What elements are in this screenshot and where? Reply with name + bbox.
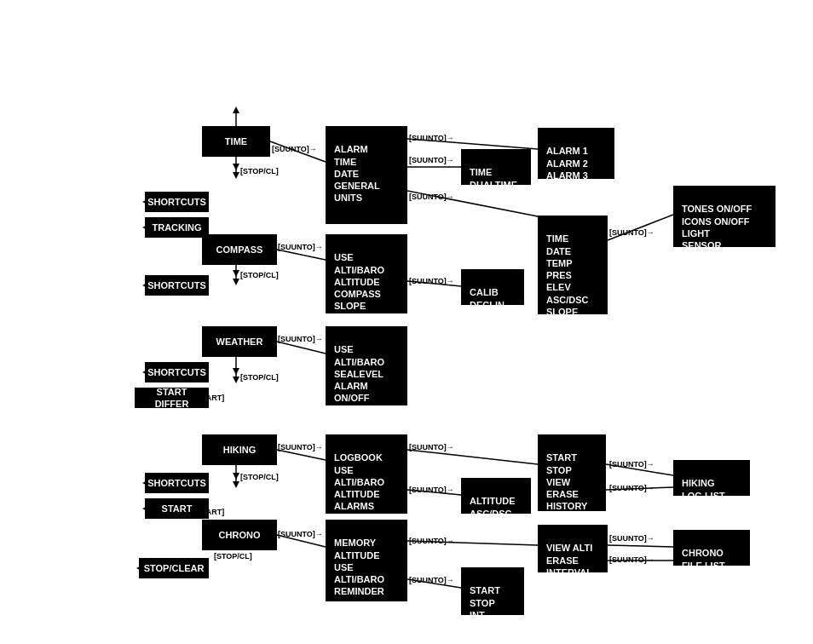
svg-marker-40: [233, 481, 239, 488]
diagram: TIME [SUUNTO]→ ALARM TIME DATE GENERAL U…: [0, 0, 813, 644]
node-hiking-sub1: START STOP VIEW ERASE HISTORY: [538, 434, 606, 511]
label-suunto-calib: [SUUNTO]→: [409, 277, 454, 285]
label-suunto-start-stop: [SUUNTO]→: [409, 576, 454, 584]
node-time-menu: ALARM TIME DATE GENERAL UNITS: [326, 126, 407, 224]
label-suunto-altitude: [SUUNTO]→: [409, 486, 454, 494]
label-suunto-hiking-log1: [SUUNTO]→: [609, 460, 654, 469]
label-suunto-tones: [SUUNTO]→: [609, 228, 654, 237]
node-hiking-log: HIKING LOG LIST: [673, 460, 750, 496]
svg-marker-12: [233, 164, 239, 170]
node-compass-menu: USE ALTI/BARO ALTITUDE COMPASS SLOPE: [326, 234, 407, 313]
label-suunto-hiking: [SUUNTO]→: [278, 443, 323, 451]
svg-line-44: [608, 545, 673, 547]
label-suunto-chrono: [SUUNTO]→: [278, 530, 323, 538]
label-start-hiking: [START]: [194, 394, 224, 402]
node-time: TIME: [202, 126, 270, 157]
svg-marker-39: [233, 473, 239, 480]
node-shortcuts-time: SHORTCUTS: [145, 192, 209, 212]
node-time-date-etc: TIME DATE TEMP PRES ELEV ASC/DSC SLOPE: [538, 216, 608, 314]
node-shortcuts-hiking: SHORTCUTS: [145, 473, 209, 493]
node-tones-icons: TONES ON/OFF ICONS ON/OFF LIGHT SENSOR: [673, 186, 776, 247]
node-chrono-menu: MEMORY ALTITUDE USE ALTI/BARO REMINDER: [326, 520, 407, 601]
label-suunto-weather: [SUUNTO]→: [278, 335, 323, 343]
node-start-stop-int: START STOP INT: [461, 567, 524, 615]
label-suunto-chrono-file2: [SUUNTO]→: [609, 555, 654, 564]
node-shortcuts-compass: SHORTCUTS: [145, 275, 209, 296]
node-altitude-ascdsc: ALTITUDE ASC/DSC: [461, 478, 531, 514]
label-stop-cl-final: [STOP/CL]: [214, 552, 252, 561]
label-suunto-time: [SUUNTO]→: [272, 145, 317, 153]
node-tracking: TRACKING: [145, 217, 209, 238]
node-time-dualtime: TIME DUALTIME: [461, 149, 531, 185]
label-stop-cl-hiking: [STOP/CL]: [240, 373, 279, 382]
svg-marker-28: [233, 377, 239, 383]
node-hiking-menu: LOGBOOK USE ALTI/BARO ALTITUDE ALARMS: [326, 434, 407, 514]
node-weather: WEATHER: [202, 326, 277, 357]
label-suunto-timedate: [SUUNTO]→: [409, 193, 454, 201]
label-suunto-hiking-log2: [SUUNTO]→: [609, 484, 654, 492]
node-hiking: HIKING: [202, 434, 277, 465]
label-suunto-alarm: [SUUNTO]→: [409, 134, 454, 142]
label-stop-cl-weather: [STOP/CL]: [240, 271, 279, 279]
svg-marker-1: [233, 106, 239, 113]
label-stop-cl-compass: [STOP/CL]: [240, 167, 279, 175]
node-alarm123: ALARM 1 ALARM 2 ALARM 3: [538, 128, 614, 179]
label-suunto-dualtime: [SUUNTO]→: [409, 156, 454, 164]
node-chrono-file: CHRONO FILE LIST: [673, 530, 750, 566]
svg-marker-13: [233, 172, 239, 179]
node-weather-menu: USE ALTI/BARO SEALEVEL ALARM ON/OFF MEMO…: [326, 326, 407, 405]
svg-line-21: [277, 342, 326, 354]
node-chrono: CHRONO: [202, 520, 277, 550]
node-shortcuts-weather: SHORTCUTS: [145, 362, 209, 382]
node-compass: COMPASS: [202, 234, 277, 265]
label-suunto-chrono-file1: [SUUNTO]→: [609, 534, 654, 543]
svg-marker-27: [233, 368, 239, 375]
label-suunto-hiking-sub1: [SUUNTO]→: [409, 443, 454, 451]
label-suunto-view-alti: [SUUNTO]→: [409, 537, 454, 545]
node-view-alti: VIEW ALTI ERASE INTERVAL: [538, 525, 608, 572]
node-calib-declin: CALIB DECLIN: [461, 269, 524, 305]
svg-marker-20: [233, 279, 239, 285]
svg-marker-19: [233, 270, 239, 277]
label-stop-cl-chrono: [STOP/CL]: [240, 473, 279, 481]
label-suunto-compass: [SUUNTO]→: [278, 243, 323, 251]
label-start-chrono: [START]: [194, 508, 224, 516]
node-stop-clear: STOP/CLEAR: [139, 558, 209, 578]
svg-line-30: [407, 450, 538, 464]
